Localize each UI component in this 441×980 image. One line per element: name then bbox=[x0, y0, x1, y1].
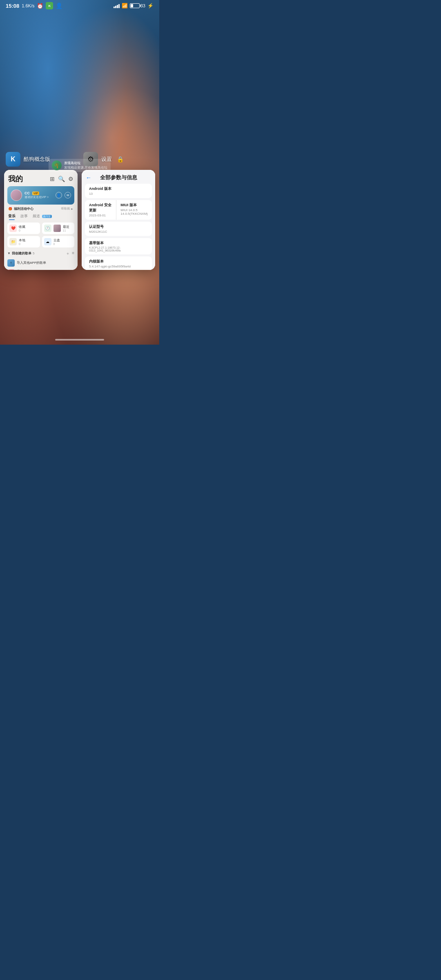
settings-row-android-version: Android 版本 13 bbox=[85, 184, 152, 198]
kugou-preview-card[interactable]: 我的 ⊞ 🔍 ⚙ CC VIP bbox=[4, 170, 78, 270]
tab-music[interactable]: 音乐 bbox=[8, 214, 16, 220]
cert-value: M2012K11C bbox=[89, 230, 148, 234]
status-bar: 15:08 1.6K/s ⏰ K 👤 📶 33 ⚡ bbox=[0, 0, 159, 11]
cert-label: 认证型号 bbox=[89, 224, 148, 229]
welfare-label: 🎁 福利活动中心 bbox=[8, 207, 33, 211]
recent-text: 最近 11 bbox=[63, 225, 73, 232]
message-icon[interactable]: ✉ bbox=[65, 192, 71, 198]
kugou-app-wrapper[interactable]: K 酷狗概念版 我的 ⊞ 🔍 ⚙ bbox=[4, 152, 78, 270]
kugou-grid[interactable]: ❤️ 收藏 0 🕐 最近 11 bbox=[4, 221, 78, 249]
cards-area: K 酷狗概念版 我的 ⊞ 🔍 ⚙ bbox=[0, 77, 159, 345]
settings-page-title: 全部参数与信息 bbox=[94, 174, 143, 181]
settings-app-wrapper[interactable]: ⚙ 设置 🔒 ← 全部参数与信息 Android 版本 1 bbox=[82, 152, 155, 270]
expand-icon[interactable]: ⊞ bbox=[50, 176, 55, 182]
kugou-welfare[interactable]: 🎁 福利活动中心 听歌就 ► bbox=[4, 205, 78, 212]
sort-playlist-icon[interactable]: ≡ bbox=[72, 251, 74, 256]
grid-local[interactable]: 📁 本地 0 bbox=[7, 236, 40, 247]
status-left: 15:08 1.6K/s ⏰ K 👤 bbox=[6, 2, 62, 9]
fav-text: 收藏 0 bbox=[19, 225, 38, 232]
playlist-item-name: 导入其他APP的歌单 bbox=[17, 261, 46, 265]
kugou-username: CC VIP bbox=[24, 191, 56, 195]
add-friend-icon[interactable]: 👤 bbox=[56, 192, 62, 198]
welfare-right[interactable]: 听歌就 ► bbox=[61, 207, 74, 211]
playlist-item-fav-text: 我喜欢 0首 bbox=[17, 269, 27, 270]
local-icon: 📁 bbox=[9, 238, 17, 245]
settings-inner: ← 全部参数与信息 Android 版本 13 bbox=[82, 170, 155, 270]
recent-icon: 🕐 bbox=[44, 225, 51, 232]
settings-row-kernel: 内核版本 5.4.147-qgki-gc59a695f9a4d bbox=[85, 256, 152, 270]
kugou-header-title: 我的 bbox=[8, 174, 23, 184]
local-text: 本地 0 bbox=[19, 238, 38, 245]
settings-icon[interactable]: ⚙ bbox=[68, 176, 74, 182]
settings-app-icon: ⚙ bbox=[83, 152, 98, 167]
security-update-label: Android 安全更新 bbox=[89, 203, 112, 213]
kugou-tabs[interactable]: 音乐 故事 频道 自习室 bbox=[4, 212, 78, 221]
settings-preview-card[interactable]: ← 全部参数与信息 Android 版本 13 bbox=[82, 170, 155, 270]
kugou-top-icons[interactable]: ⊞ 🔍 ⚙ bbox=[50, 176, 74, 182]
network-speed: 1.6K/s bbox=[22, 3, 34, 8]
kugou-user-avatar bbox=[11, 189, 22, 201]
grid-fav[interactable]: ❤️ 收藏 0 bbox=[7, 223, 40, 234]
cloud-text: 云盘 0 bbox=[53, 238, 73, 245]
kugou-playlist-header: ▼ 我创建的歌单 5 ＋ ≡ bbox=[7, 251, 74, 256]
baseband-value: 4.3CPL2-27.1-18673.12-0313_1041_96316fc4… bbox=[89, 246, 148, 252]
clock-icon: ⏰ bbox=[37, 3, 43, 9]
app-icon-k: K bbox=[46, 2, 53, 9]
grid-recent[interactable]: 🕐 最近 11 bbox=[42, 223, 75, 234]
battery bbox=[130, 3, 140, 8]
kugou-app-header: K 酷狗概念版 bbox=[4, 152, 50, 167]
settings-row-split: Android 安全更新 2023-03-01 MIUI 版本 MIUI 14.… bbox=[85, 200, 152, 220]
tab-story[interactable]: 故事 bbox=[20, 214, 28, 220]
avatar-icon: 👤 bbox=[56, 2, 62, 9]
miui-version-cell: MIUI 版本 MIUI 14.0.5 14.0.5(TKKCNXM) bbox=[116, 200, 152, 220]
back-button[interactable]: ← bbox=[86, 174, 91, 181]
time-display: 15:08 bbox=[6, 3, 19, 9]
battery-container: 33 bbox=[130, 3, 145, 8]
fav-icon: ❤️ bbox=[9, 225, 17, 232]
main-content: K 酷狗概念版 我的 ⊞ 🔍 ⚙ bbox=[0, 11, 159, 345]
kernel-label: 内核版本 bbox=[89, 259, 148, 264]
settings-section-android: Android 版本 13 bbox=[85, 184, 152, 198]
playlist-actions[interactable]: ＋ ≡ bbox=[66, 251, 74, 256]
vip-badge: VIP bbox=[32, 192, 39, 195]
kugou-playlist-section: ▼ 我创建的歌单 5 ＋ ≡ ↑ 导入其 bbox=[4, 249, 78, 270]
kugou-banner[interactable]: CC VIP 邀请好友送他VIP > 👤 ✉ bbox=[7, 186, 74, 205]
kugou-banner-icons[interactable]: 👤 ✉ bbox=[56, 192, 71, 198]
kugou-banner-text: CC VIP 邀请好友送他VIP > bbox=[24, 191, 56, 199]
kugou-invite-text: 邀请好友送他VIP > bbox=[24, 195, 56, 199]
settings-section-baseband: 基带版本 4.3CPL2-27.1-18673.12-0313_1041_963… bbox=[85, 238, 152, 254]
playlist-item-import[interactable]: ↑ 导入其他APP的歌单 bbox=[7, 258, 74, 268]
channel-badge: 自习室 bbox=[42, 215, 52, 218]
settings-topbar: ← 全部参数与信息 bbox=[82, 170, 155, 184]
charge-icon: ⚡ bbox=[147, 3, 154, 9]
settings-row-cert: 认证型号 M2012K11C bbox=[85, 222, 152, 236]
cloud-icon: ☁ bbox=[44, 238, 51, 245]
grid-cloud[interactable]: ☁ 云盘 0 bbox=[42, 236, 75, 247]
miui-version-value: MIUI 14.0.5 bbox=[120, 208, 148, 212]
settings-section-cert: 认证型号 M2012K11C bbox=[85, 222, 152, 236]
wifi-icon: 📶 bbox=[122, 3, 128, 9]
battery-fill bbox=[131, 4, 134, 7]
import-icon: ↑ bbox=[7, 259, 15, 267]
kugou-app-icon: K bbox=[6, 152, 20, 167]
lock-icon: 🔒 bbox=[117, 156, 124, 163]
playlist-item-fav[interactable]: ♥ 我喜欢 0首 bbox=[7, 268, 74, 270]
home-indicator bbox=[55, 339, 104, 341]
playlist-title: ▼ 我创建的歌单 5 bbox=[7, 251, 34, 256]
settings-section-split: Android 安全更新 2023-03-01 MIUI 版本 MIUI 14.… bbox=[85, 200, 152, 220]
android-version-label: Android 版本 bbox=[89, 186, 148, 192]
fav-playlist-icon: ♥ bbox=[7, 270, 15, 270]
miui-version-sub: 14.0.5(TKKCNXM) bbox=[120, 212, 148, 216]
settings-app-name: 设置 bbox=[101, 156, 112, 163]
kernel-value: 5.4.147-qgki-gc59a695f9a4d bbox=[89, 265, 148, 268]
search-icon[interactable]: 🔍 bbox=[58, 176, 65, 182]
kugou-app-name: 酷狗概念版 bbox=[24, 156, 50, 163]
settings-app-header: ⚙ 设置 🔒 bbox=[82, 152, 124, 167]
baseband-label: 基带版本 bbox=[89, 241, 148, 246]
android-version-value: 13 bbox=[89, 192, 148, 196]
kugou-top-bar: 我的 ⊞ 🔍 ⚙ bbox=[4, 170, 78, 186]
status-right: 📶 33 ⚡ bbox=[114, 3, 154, 9]
add-playlist-icon[interactable]: ＋ bbox=[66, 251, 70, 256]
tab-channel[interactable]: 频道 自习室 bbox=[33, 214, 52, 220]
settings-section-kernel: 内核版本 5.4.147-qgki-gc59a695f9a4d bbox=[85, 256, 152, 270]
